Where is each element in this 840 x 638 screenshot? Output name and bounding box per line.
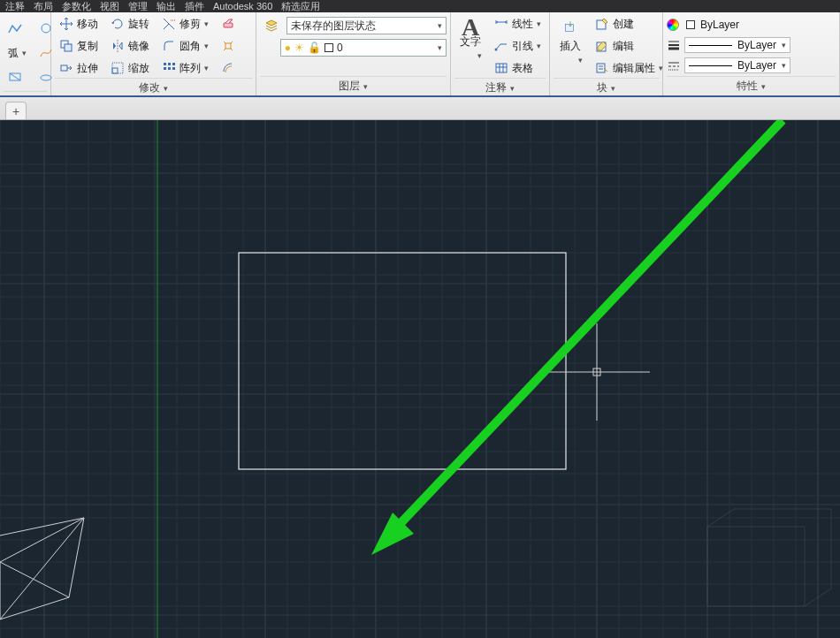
menubar: 注释 布局 参数化 视图 管理 输出 插件 Autodesk 360 精选应用	[0, 0, 840, 12]
draw-tool-button[interactable]	[4, 67, 31, 87]
svg-point-17	[495, 49, 498, 51]
layer-state-combo[interactable]: 未保存的图层状态 ▾	[286, 17, 447, 34]
line-preview	[689, 45, 732, 46]
button-label: 引线	[512, 40, 533, 52]
panel-title-annotate[interactable]: 注释▾	[454, 78, 546, 97]
color-wheel-icon[interactable]	[667, 19, 679, 31]
polyline-icon	[8, 22, 22, 36]
svg-rect-15	[168, 67, 171, 70]
tool-button[interactable]	[217, 36, 240, 56]
button-label: 镜像	[128, 40, 149, 52]
svg-rect-11	[164, 63, 166, 65]
combo-text: ByLayer	[737, 39, 776, 51]
lineweight-icon[interactable]	[667, 38, 681, 52]
leader-button[interactable]: 引线▾	[490, 36, 546, 56]
table-button[interactable]: 表格	[490, 58, 546, 78]
lineweight-combo[interactable]: ByLayer▾	[684, 37, 790, 53]
trim-icon	[162, 17, 176, 31]
menu-item[interactable]: 管理	[128, 0, 148, 13]
menu-item[interactable]: Autodesk 360	[213, 1, 272, 11]
move-icon	[59, 17, 73, 31]
chevron-down-icon: ▾	[204, 62, 209, 74]
menu-item[interactable]: 输出	[157, 0, 176, 13]
arc-button[interactable]: 弧▾	[4, 44, 31, 62]
text-icon: A	[462, 21, 479, 34]
chevron-down-icon: ▾	[22, 47, 27, 59]
scale-button[interactable]: 缩放	[106, 58, 154, 78]
edit-block-button[interactable]: 编辑	[591, 36, 668, 56]
draw-tool-button[interactable]	[4, 19, 31, 39]
chevron-down-icon: ▾	[510, 84, 515, 93]
tool-button[interactable]	[217, 58, 240, 78]
trim-button[interactable]: 修剪▾	[157, 14, 213, 34]
array-button[interactable]: 阵列▾	[157, 58, 213, 78]
rotate-button[interactable]: 旋转	[106, 14, 154, 34]
combo-text: ByLayer	[737, 59, 776, 72]
text-button[interactable]: A 文字 ▾	[454, 14, 486, 69]
panel-title-modify[interactable]: 修改▾	[55, 78, 252, 97]
insert-button[interactable]: 插入 ▾	[554, 14, 587, 69]
color-combo[interactable]: ByLayer	[683, 17, 789, 33]
dim-linear-button[interactable]: 线性▾	[490, 14, 546, 34]
chevron-down-icon: ▾	[438, 21, 442, 30]
button-label: 表格	[512, 62, 533, 74]
svg-rect-13	[172, 63, 175, 65]
linetype-combo[interactable]: ByLayer▾	[684, 57, 790, 73]
svg-rect-12	[168, 63, 171, 65]
color-swatch-icon	[325, 43, 333, 52]
button-label: 阵列	[179, 62, 201, 74]
panel-properties: ByLayer ByLayer▾ ByLayer▾ 特性▾	[663, 12, 840, 95]
linetype-icon[interactable]	[667, 58, 681, 72]
stretch-icon	[59, 61, 73, 75]
svg-rect-6	[65, 44, 72, 51]
rectangle-icon	[8, 70, 22, 84]
new-tab-button[interactable]: +	[5, 102, 27, 119]
button-label: 文字	[460, 35, 481, 48]
menu-item[interactable]: 参数化	[62, 0, 91, 13]
menu-item[interactable]: 布局	[34, 0, 53, 13]
edit-attr-button[interactable]: 编辑属性▾	[591, 58, 668, 78]
panel-title-layer[interactable]: 图层▾	[260, 76, 447, 95]
erase-icon	[221, 17, 235, 31]
chevron-down-icon: ▾	[204, 40, 209, 52]
menu-item[interactable]: 插件	[185, 0, 204, 13]
svg-rect-14	[164, 67, 166, 70]
move-button[interactable]: 移动	[55, 14, 103, 34]
panel-title-block[interactable]: 块▾	[554, 78, 659, 97]
svg-rect-16	[172, 67, 175, 70]
svg-point-2	[42, 24, 50, 33]
chevron-down-icon: ▾	[438, 43, 442, 52]
button-label: 拉伸	[77, 62, 98, 74]
current-layer-combo[interactable]: ● ☀ 🔓 0 ▾	[280, 39, 447, 57]
layer-properties-button[interactable]	[260, 16, 283, 35]
menu-item[interactable]: 视图	[100, 0, 119, 13]
svg-rect-18	[496, 64, 507, 72]
scale-icon	[111, 61, 125, 75]
tool-button[interactable]	[217, 14, 240, 34]
button-label: 移动	[77, 18, 98, 30]
svg-rect-4	[224, 23, 233, 27]
menu-item[interactable]: 精选应用	[281, 0, 320, 13]
create-block-button[interactable]: 创建	[591, 14, 668, 34]
button-label: 旋转	[128, 18, 149, 30]
stretch-button[interactable]: 拉伸	[55, 58, 103, 78]
mirror-button[interactable]: 镜像	[106, 36, 154, 56]
drawing-tabstrip: +	[0, 97, 840, 120]
combo-text: ByLayer	[700, 19, 739, 31]
button-label: 修剪	[179, 18, 201, 30]
fillet-button[interactable]: 圆角▾	[157, 36, 213, 56]
drawing-canvas[interactable]	[0, 120, 840, 638]
panel-label: 特性	[737, 79, 758, 94]
edit-attr-icon	[595, 61, 609, 75]
leader-icon	[494, 39, 508, 53]
svg-line-1	[10, 73, 20, 80]
panel-layer: 未保存的图层状态 ▾ ● ☀ 🔓 0 ▾ 图层▾	[256, 12, 451, 95]
create-icon	[595, 17, 609, 31]
plus-icon: +	[12, 104, 19, 118]
button-label: 插入	[560, 40, 581, 52]
button-label: 缩放	[128, 62, 149, 74]
copy-button[interactable]: 复制	[55, 36, 103, 56]
panel-title-properties[interactable]: 特性▾	[667, 76, 836, 95]
menu-item[interactable]: 注释	[5, 0, 25, 13]
chevron-down-icon: ▾	[761, 82, 766, 91]
